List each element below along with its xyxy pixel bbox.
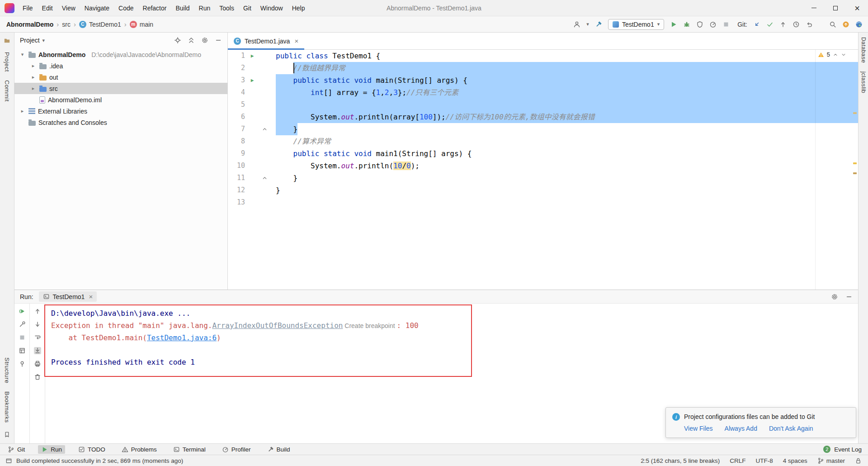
stacktrace-link[interactable]: TestDemo1.java:6: [147, 333, 217, 342]
stripe-button-jclasslib[interactable]: jclasslib: [860, 71, 867, 93]
code-editor[interactable]: 1▶public class TestDemo1 {2 //数组越界异常3▶ p…: [228, 50, 858, 290]
encoding-widget[interactable]: UTF-8: [755, 457, 773, 464]
code-line-13[interactable]: 13: [228, 196, 858, 209]
gradle-sphere-icon[interactable]: [855, 21, 863, 28]
code-line-12[interactable]: 12}: [228, 184, 858, 196]
soft-wrap-icon[interactable]: [34, 334, 41, 341]
fold-end-icon[interactable]: [262, 126, 268, 132]
stripe-button-bookmarks[interactable]: Bookmarks: [4, 391, 10, 423]
caret-position-widget[interactable]: 2:5 (162 chars, 5 line breaks): [641, 457, 720, 464]
toolwindow-button-profiler[interactable]: Profiler: [219, 445, 254, 454]
code-line-10[interactable]: 10 System.out.println(10/0);: [228, 160, 858, 172]
code-line-4[interactable]: 4 int[] array = {1,2,3};//只有三个元素: [228, 86, 858, 99]
profiler-icon[interactable]: [709, 21, 717, 28]
warning-stripe-mark[interactable]: [853, 112, 857, 114]
stripe-button-structure[interactable]: Structure: [4, 357, 10, 383]
code-line-9[interactable]: 9 public static void main1(String[] args…: [228, 147, 858, 160]
project-tree[interactable]: ▾AbnormalDemoD:\code\java\Javacode\Abnor…: [14, 48, 227, 290]
run-tab-testdemo1[interactable]: TestDemo1 ×: [39, 291, 97, 302]
line-number[interactable]: 4: [228, 86, 245, 99]
history-icon[interactable]: [793, 21, 800, 28]
tree-chevron-icon[interactable]: ▸: [30, 63, 37, 69]
toolwindow-button-todo[interactable]: TODO: [75, 445, 108, 454]
up-icon[interactable]: [34, 308, 41, 315]
run-line-icon[interactable]: ▶: [251, 50, 254, 62]
line-number[interactable]: 1: [228, 50, 245, 62]
hide-icon[interactable]: [215, 37, 222, 44]
indent-widget[interactable]: 4 spaces: [783, 457, 807, 464]
line-number[interactable]: 10: [228, 160, 245, 172]
maximize-button[interactable]: [825, 0, 846, 16]
notification-action-always-add[interactable]: Always Add: [725, 425, 757, 432]
line-number[interactable]: 11: [228, 172, 245, 184]
menu-navigate[interactable]: Navigate: [80, 2, 113, 14]
lock-icon[interactable]: [855, 457, 862, 464]
collapse-all-icon[interactable]: [188, 37, 195, 44]
code-line-6[interactable]: 6 System.out.println(array[100]);//访问下标为…: [228, 111, 858, 123]
toolwindow-button-build[interactable]: Build: [264, 445, 293, 454]
code-line-5[interactable]: 5: [228, 99, 858, 111]
menu-file[interactable]: File: [19, 2, 37, 14]
menu-edit[interactable]: Edit: [38, 2, 57, 14]
code-line-2[interactable]: 2 //数组越界异常: [228, 62, 858, 74]
toolwindow-button-terminal[interactable]: Terminal: [170, 445, 209, 454]
menu-help[interactable]: Help: [288, 2, 309, 14]
code-line-3[interactable]: 3▶ public static void main(String[] args…: [228, 74, 858, 86]
tree-chevron-icon[interactable]: ▸: [30, 74, 37, 80]
warning-stripe-mark[interactable]: [853, 172, 857, 174]
breadcrumb-item-testdemo1[interactable]: CTestDemo1: [79, 21, 121, 28]
notification-action-don-t-ask-again[interactable]: Don't Ask Again: [769, 425, 813, 432]
editor-tab-testdemo1[interactable]: C TestDemo1.java ×: [228, 33, 304, 49]
tree-chevron-icon[interactable]: ▾: [19, 52, 26, 57]
project-panel-title[interactable]: Project: [20, 37, 40, 44]
push-icon[interactable]: [779, 21, 787, 28]
toolwindow-button-run[interactable]: Run: [38, 445, 65, 454]
breadcrumb-item-abnormaldemo[interactable]: AbnormalDemo: [6, 21, 53, 28]
toolwindow-button-git[interactable]: Git: [5, 445, 28, 454]
tree-item-idea[interactable]: ▸.idea: [14, 60, 227, 71]
line-number[interactable]: 13: [228, 196, 245, 209]
hide-icon[interactable]: [845, 293, 853, 300]
code-line-11[interactable]: 11 }: [228, 172, 858, 184]
commit-check-icon[interactable]: [766, 21, 774, 28]
menu-code[interactable]: Code: [114, 2, 137, 14]
line-number[interactable]: 8: [228, 135, 245, 147]
menu-run[interactable]: Run: [195, 2, 215, 14]
tree-item-out[interactable]: ▸out: [14, 71, 227, 83]
line-number[interactable]: 9: [228, 147, 245, 160]
tree-item-external-libraries[interactable]: ▸External Libraries: [14, 105, 227, 117]
event-log-button[interactable]: 2 Event Log: [823, 446, 862, 453]
pin-icon[interactable]: [19, 360, 26, 367]
close-tab-icon[interactable]: ×: [294, 37, 298, 45]
tree-item-abnormaldemo-iml[interactable]: AbnormalDemo.iml: [14, 94, 227, 105]
project-stripe-icon[interactable]: [4, 37, 10, 44]
rollback-icon[interactable]: [806, 21, 813, 28]
search-everywhere-icon[interactable]: [829, 21, 836, 28]
update-project-icon[interactable]: [753, 21, 760, 28]
menu-tools[interactable]: Tools: [215, 2, 238, 14]
line-number[interactable]: 2: [228, 62, 245, 74]
inspections-widget[interactable]: 5: [818, 51, 846, 58]
line-number[interactable]: 3: [228, 74, 245, 86]
stripe-button-project[interactable]: Project: [4, 52, 10, 72]
git-branch-widget[interactable]: master: [817, 457, 845, 464]
menu-git[interactable]: Git: [239, 2, 255, 14]
scroll-end-icon[interactable]: [34, 347, 41, 354]
print-icon[interactable]: [34, 360, 41, 367]
line-number[interactable]: 6: [228, 111, 245, 123]
update-available-icon[interactable]: [842, 21, 849, 28]
next-warning-icon[interactable]: [841, 52, 846, 57]
fold-end-icon[interactable]: [262, 175, 268, 181]
menu-view[interactable]: View: [58, 2, 80, 14]
restore-layout-icon[interactable]: [19, 347, 26, 354]
stop-icon[interactable]: [722, 21, 730, 28]
bookmark-icon[interactable]: [4, 431, 10, 438]
prev-warning-icon[interactable]: [833, 52, 838, 57]
line-number[interactable]: 12: [228, 184, 245, 196]
line-separator-widget[interactable]: CRLF: [730, 457, 745, 464]
user-icon[interactable]: [573, 21, 580, 28]
stop-icon[interactable]: [19, 334, 26, 341]
settings-gear-icon[interactable]: [831, 293, 838, 300]
close-run-tab-icon[interactable]: ×: [89, 293, 93, 300]
create-breakpoint-inlay[interactable]: Create breakpoint: [343, 322, 396, 329]
